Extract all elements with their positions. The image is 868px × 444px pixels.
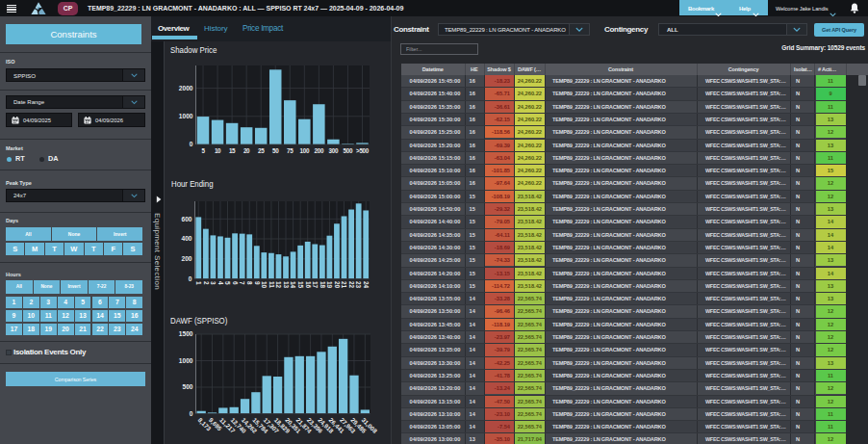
svg-text:200: 200 (315, 147, 324, 154)
svg-text:5: 5 (201, 147, 205, 154)
svg-text:1000: 1000 (179, 357, 193, 364)
svg-text:13: 13 (283, 281, 290, 289)
svg-text:6: 6 (232, 281, 239, 285)
svg-text:19: 19 (326, 281, 333, 289)
svg-text:7: 7 (239, 281, 245, 285)
svg-text:16: 16 (305, 281, 312, 289)
svg-text:21: 21 (341, 281, 347, 289)
svg-text:4: 4 (217, 281, 224, 285)
svg-text:11: 11 (268, 281, 275, 288)
svg-text:600: 600 (181, 216, 191, 222)
svg-text:10: 10 (261, 281, 268, 289)
svg-text:20: 20 (334, 281, 341, 289)
svg-text:2000: 2000 (179, 85, 193, 91)
svg-text:1000: 1000 (179, 113, 193, 119)
svg-text:8: 8 (246, 281, 253, 285)
svg-text:400: 400 (181, 235, 191, 242)
svg-text:17: 17 (312, 281, 319, 289)
svg-text:15: 15 (229, 147, 236, 154)
svg-text:3: 3 (210, 281, 217, 285)
svg-text:5: 5 (224, 281, 231, 285)
svg-text:200: 200 (181, 255, 191, 262)
svg-text:>500: >500 (356, 147, 370, 154)
svg-text:12: 12 (275, 281, 282, 289)
svg-text:50: 50 (272, 147, 279, 154)
svg-text:20: 20 (243, 147, 250, 154)
svg-text:2: 2 (203, 281, 210, 285)
svg-text:300: 300 (329, 147, 339, 154)
svg-text:9: 9 (254, 281, 261, 285)
svg-text:22: 22 (348, 281, 355, 289)
svg-text:1: 1 (195, 281, 202, 285)
svg-text:24: 24 (363, 281, 370, 289)
svg-text:18: 18 (319, 281, 326, 289)
svg-text:0: 0 (190, 410, 193, 417)
svg-text:1500: 1500 (179, 330, 193, 337)
svg-text:10: 10 (215, 147, 221, 154)
svg-text:25: 25 (258, 147, 265, 154)
svg-text:500: 500 (344, 147, 353, 154)
svg-text:0: 0 (189, 275, 192, 282)
svg-text:23: 23 (355, 281, 362, 289)
svg-text:0: 0 (190, 141, 193, 147)
svg-text:15: 15 (297, 281, 304, 289)
svg-text:100: 100 (299, 147, 309, 154)
svg-text:75: 75 (287, 147, 294, 154)
svg-text:14: 14 (290, 281, 296, 289)
svg-text:500: 500 (182, 383, 192, 390)
